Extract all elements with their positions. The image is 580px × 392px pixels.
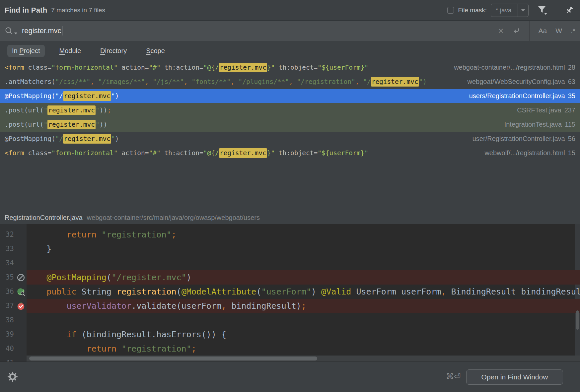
code-segment bbox=[27, 301, 66, 311]
code-segment bbox=[27, 330, 66, 339]
code-segment bbox=[27, 273, 46, 282]
code-segment: "form-horizontal" bbox=[51, 149, 118, 157]
vertical-scrollbar-thumb[interactable] bbox=[576, 310, 579, 330]
code-segment: , bbox=[184, 78, 191, 86]
line-number: 39 bbox=[0, 327, 14, 342]
code-segment: )) bbox=[100, 121, 107, 128]
scope-tab-in-project[interactable]: In Project bbox=[7, 45, 45, 57]
code-segment: "/js/**" bbox=[153, 78, 184, 86]
code-segment: " bbox=[111, 135, 115, 143]
run-test-icon[interactable] bbox=[17, 288, 25, 296]
code-segment bbox=[27, 287, 46, 296]
editor-lines: 32 return "registration";33 }3435 @PostM… bbox=[0, 228, 580, 361]
code-segment: "#" bbox=[149, 149, 160, 157]
code-segment: (bindingResult.hasErrors()) { bbox=[77, 330, 227, 339]
horizontal-scrollbar-thumb[interactable] bbox=[29, 357, 317, 360]
prohibited-icon[interactable] bbox=[17, 273, 25, 282]
code-segment: @PostMapping( bbox=[5, 135, 55, 143]
result-line-number: 115 bbox=[565, 121, 575, 128]
result-row[interactable]: .antMatchers("/css/**", "/images/**", "/… bbox=[0, 75, 580, 89]
code-segment: "/plugins/**" bbox=[238, 78, 289, 86]
result-file-path: users/RegistrationController.java35 bbox=[463, 92, 575, 100]
result-file-path: webgoat/WebSecurityConfig.java63 bbox=[462, 78, 576, 86]
result-row[interactable]: <form class="form-horizontal" action="#"… bbox=[0, 60, 580, 75]
code-segment: ; bbox=[172, 230, 177, 239]
search-input[interactable]: register.mvc bbox=[22, 27, 61, 35]
insert-newline-icon[interactable] bbox=[512, 27, 521, 35]
code-segment: "${userForm}" bbox=[318, 64, 368, 71]
preview-header: RegistrationController.java webgoat-cont… bbox=[0, 211, 580, 224]
words-toggle[interactable]: W bbox=[555, 27, 562, 35]
result-row[interactable]: @PostMapping("/register.mvc")user/Regist… bbox=[0, 132, 580, 146]
code-segment: th:object= bbox=[275, 64, 318, 71]
result-row[interactable]: <form class="form-horizontal" action="#"… bbox=[0, 146, 580, 160]
code-segment: class= bbox=[24, 149, 51, 157]
line-number: 33 bbox=[0, 242, 14, 256]
code-segment: @PostMapping("/ bbox=[5, 92, 63, 100]
editor-code: public String registration(@ModelAttribu… bbox=[27, 285, 580, 299]
match-case-toggle[interactable]: Aa bbox=[538, 27, 547, 35]
result-line-number: 56 bbox=[568, 135, 575, 142]
result-file-path: webgoat-container/.../registration.html2… bbox=[448, 64, 575, 71]
editor-line: 32 return "registration"; bbox=[0, 228, 580, 242]
code-segment: "@{/ bbox=[203, 149, 219, 157]
editor-line: 33 } bbox=[0, 242, 580, 256]
code-segment: "/register.mvc" bbox=[111, 273, 186, 282]
editor-code: return "registration"; bbox=[27, 228, 580, 242]
result-code: @PostMapping("/register.mvc") bbox=[5, 132, 467, 146]
editor-code: return "registration"; bbox=[27, 342, 580, 356]
editor-line: 38 bbox=[0, 313, 580, 327]
code-segment: "userForm" bbox=[261, 287, 311, 296]
code-segment: ) bbox=[311, 287, 321, 296]
result-file-path: user/RegistrationController.java56 bbox=[467, 135, 575, 143]
line-number: 41 bbox=[0, 356, 14, 361]
scope-tab-directory[interactable]: Directory bbox=[96, 45, 131, 57]
code-segment: )) bbox=[100, 106, 107, 114]
dialog-title: Find in Path bbox=[5, 6, 47, 15]
result-row[interactable]: .post(url("register.mvc"));CSRFTest.java… bbox=[0, 103, 580, 117]
code-segment: , bbox=[145, 78, 153, 86]
result-line-number: 15 bbox=[568, 149, 575, 157]
code-segment: " bbox=[43, 121, 47, 128]
clear-search-icon[interactable]: × bbox=[498, 28, 504, 34]
code-segment: } bbox=[27, 244, 51, 254]
search-icon[interactable] bbox=[5, 27, 17, 35]
code-segment: if bbox=[66, 330, 76, 339]
code-segment: ; bbox=[107, 106, 111, 114]
settings-gear-icon[interactable] bbox=[7, 371, 18, 383]
code-segment: "/ bbox=[363, 78, 371, 86]
code-segment: ; bbox=[301, 301, 306, 311]
pin-icon[interactable] bbox=[565, 6, 574, 15]
file-mask-combo[interactable]: *.java bbox=[491, 4, 529, 17]
code-segment: bindingResult) bbox=[226, 301, 301, 311]
preview-filepath: webgoat-container/src/main/java/org/owas… bbox=[87, 214, 260, 222]
code-segment: action= bbox=[117, 64, 149, 71]
result-row[interactable]: .post(url("register.mvc"))IntegrationTes… bbox=[0, 117, 580, 132]
file-mask-checkbox[interactable] bbox=[447, 7, 454, 14]
code-segment: "registration" bbox=[102, 230, 172, 239]
code-segment bbox=[27, 230, 66, 239]
scope-tab-module[interactable]: Module bbox=[55, 45, 86, 57]
filter-icon[interactable] bbox=[537, 5, 548, 15]
chevron-down-icon[interactable] bbox=[518, 4, 528, 17]
editor-code: } bbox=[27, 242, 580, 256]
code-segment: , bbox=[231, 78, 238, 86]
code-segment: "/ bbox=[55, 135, 63, 143]
result-row[interactable]: @PostMapping("/register.mvc")users/Regis… bbox=[0, 89, 580, 103]
result-code: @PostMapping("/register.mvc") bbox=[5, 89, 463, 103]
code-segment: "/css/**" bbox=[55, 78, 91, 86]
code-segment: ( bbox=[107, 273, 111, 282]
code-segment: .antMatchers( bbox=[5, 78, 55, 86]
code-segment: register.mvc bbox=[371, 77, 419, 87]
code-segment: ") bbox=[111, 92, 119, 100]
regex-toggle[interactable]: .* bbox=[571, 27, 575, 35]
horizontal-scrollbar[interactable] bbox=[27, 356, 580, 361]
preview-editor[interactable]: 32 return "registration";33 }3435 @PostM… bbox=[0, 224, 580, 361]
line-number: 32 bbox=[0, 228, 14, 242]
code-segment: public bbox=[46, 287, 76, 296]
test-passed-icon[interactable] bbox=[17, 302, 25, 310]
code-segment: UserForm userForm bbox=[351, 287, 441, 296]
scope-tab-scope[interactable]: Scope bbox=[141, 45, 170, 57]
line-number: 35 bbox=[0, 270, 14, 285]
open-in-find-window-button[interactable]: Open in Find Window bbox=[466, 369, 563, 385]
